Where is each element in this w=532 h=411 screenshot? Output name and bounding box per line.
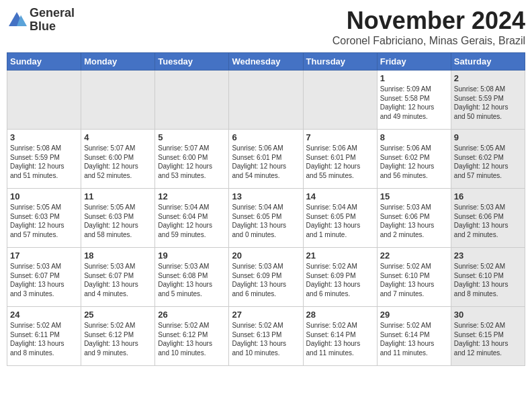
day-number: 21	[306, 250, 374, 261]
day-header-wednesday: Wednesday	[229, 53, 303, 71]
cell-info: Sunrise: 5:02 AM Sunset: 6:13 PM Dayligh…	[232, 321, 300, 357]
day-number: 24	[10, 310, 78, 320]
cal-cell: 21Sunrise: 5:02 AM Sunset: 6:09 PM Dayli…	[303, 248, 377, 307]
cal-cell: 14Sunrise: 5:04 AM Sunset: 6:05 PM Dayli…	[303, 189, 377, 248]
cal-cell: 29Sunrise: 5:02 AM Sunset: 6:14 PM Dayli…	[377, 307, 451, 366]
cell-info: Sunrise: 5:02 AM Sunset: 6:14 PM Dayligh…	[306, 321, 374, 357]
cell-info: Sunrise: 5:02 AM Sunset: 6:12 PM Dayligh…	[84, 321, 152, 357]
title-block: November 2024 Coronel Fabriciano, Minas …	[332, 7, 525, 47]
logo-icon	[7, 10, 27, 30]
cell-info: Sunrise: 5:04 AM Sunset: 6:04 PM Dayligh…	[158, 203, 226, 239]
cell-info: Sunrise: 5:05 AM Sunset: 6:03 PM Dayligh…	[84, 203, 152, 239]
cal-cell: 12Sunrise: 5:04 AM Sunset: 6:04 PM Dayli…	[155, 189, 229, 248]
cell-info: Sunrise: 5:04 AM Sunset: 6:05 PM Dayligh…	[232, 203, 300, 239]
cal-cell: 4Sunrise: 5:07 AM Sunset: 6:00 PM Daylig…	[81, 130, 155, 189]
day-header-friday: Friday	[377, 53, 451, 71]
logo: General Blue	[7, 7, 75, 34]
cell-info: Sunrise: 5:07 AM Sunset: 6:00 PM Dayligh…	[158, 144, 226, 180]
cal-cell: 16Sunrise: 5:03 AM Sunset: 6:06 PM Dayli…	[451, 189, 525, 248]
cell-info: Sunrise: 5:03 AM Sunset: 6:06 PM Dayligh…	[380, 203, 448, 239]
cell-info: Sunrise: 5:02 AM Sunset: 6:10 PM Dayligh…	[380, 262, 448, 298]
day-number: 12	[158, 191, 226, 201]
day-number: 30	[454, 310, 522, 320]
day-header-thursday: Thursday	[303, 53, 377, 71]
day-number: 14	[306, 191, 374, 201]
cal-cell: 1Sunrise: 5:09 AM Sunset: 5:58 PM Daylig…	[377, 71, 451, 130]
cell-info: Sunrise: 5:02 AM Sunset: 6:12 PM Dayligh…	[158, 321, 226, 357]
cal-cell: 9Sunrise: 5:05 AM Sunset: 6:02 PM Daylig…	[451, 130, 525, 189]
days-header-row: SundayMondayTuesdayWednesdayThursdayFrid…	[7, 53, 525, 71]
cal-cell	[81, 71, 155, 130]
cal-cell: 17Sunrise: 5:03 AM Sunset: 6:07 PM Dayli…	[7, 248, 81, 307]
day-number: 27	[232, 310, 300, 320]
day-number: 3	[10, 132, 78, 142]
cal-cell: 20Sunrise: 5:03 AM Sunset: 6:09 PM Dayli…	[229, 248, 303, 307]
cal-cell: 5Sunrise: 5:07 AM Sunset: 6:00 PM Daylig…	[155, 130, 229, 189]
cell-info: Sunrise: 5:04 AM Sunset: 6:05 PM Dayligh…	[306, 203, 374, 239]
cal-cell: 19Sunrise: 5:03 AM Sunset: 6:08 PM Dayli…	[155, 248, 229, 307]
cal-cell: 30Sunrise: 5:02 AM Sunset: 6:15 PM Dayli…	[451, 307, 525, 366]
day-number: 22	[380, 250, 448, 261]
cell-info: Sunrise: 5:06 AM Sunset: 6:01 PM Dayligh…	[306, 144, 374, 180]
day-number: 29	[380, 310, 448, 320]
cal-cell: 22Sunrise: 5:02 AM Sunset: 6:10 PM Dayli…	[377, 248, 451, 307]
cell-info: Sunrise: 5:02 AM Sunset: 6:10 PM Dayligh…	[454, 262, 522, 298]
day-header-monday: Monday	[81, 53, 155, 71]
day-header-sunday: Sunday	[7, 53, 81, 71]
cal-cell: 11Sunrise: 5:05 AM Sunset: 6:03 PM Dayli…	[81, 189, 155, 248]
day-number: 7	[306, 132, 374, 142]
cell-info: Sunrise: 5:02 AM Sunset: 6:14 PM Dayligh…	[380, 321, 448, 357]
day-number: 18	[84, 250, 152, 261]
cal-cell: 6Sunrise: 5:06 AM Sunset: 6:01 PM Daylig…	[229, 130, 303, 189]
cell-info: Sunrise: 5:06 AM Sunset: 6:02 PM Dayligh…	[380, 144, 448, 180]
cal-cell: 24Sunrise: 5:02 AM Sunset: 6:11 PM Dayli…	[7, 307, 81, 366]
page-header: General Blue November 2024 Coronel Fabri…	[7, 7, 525, 47]
day-number: 15	[380, 191, 448, 201]
calendar-table: SundayMondayTuesdayWednesdayThursdayFrid…	[7, 52, 525, 366]
day-header-tuesday: Tuesday	[155, 53, 229, 71]
cell-info: Sunrise: 5:02 AM Sunset: 6:15 PM Dayligh…	[454, 321, 522, 357]
week-row-2: 10Sunrise: 5:05 AM Sunset: 6:03 PM Dayli…	[7, 189, 525, 248]
day-number: 28	[306, 310, 374, 320]
day-number: 6	[232, 132, 300, 142]
location-title: Coronel Fabriciano, Minas Gerais, Brazil	[332, 35, 525, 47]
cell-info: Sunrise: 5:03 AM Sunset: 6:07 PM Dayligh…	[10, 262, 78, 298]
cell-info: Sunrise: 5:06 AM Sunset: 6:01 PM Dayligh…	[232, 144, 300, 180]
cal-cell: 28Sunrise: 5:02 AM Sunset: 6:14 PM Dayli…	[303, 307, 377, 366]
cell-info: Sunrise: 5:03 AM Sunset: 6:06 PM Dayligh…	[454, 203, 522, 239]
week-row-4: 24Sunrise: 5:02 AM Sunset: 6:11 PM Dayli…	[7, 307, 525, 366]
cell-info: Sunrise: 5:08 AM Sunset: 5:59 PM Dayligh…	[454, 85, 522, 121]
day-number: 2	[454, 73, 522, 83]
cal-cell: 15Sunrise: 5:03 AM Sunset: 6:06 PM Dayli…	[377, 189, 451, 248]
day-number: 9	[454, 132, 522, 142]
cell-info: Sunrise: 5:02 AM Sunset: 6:09 PM Dayligh…	[306, 262, 374, 298]
day-number: 10	[10, 191, 78, 201]
day-number: 5	[158, 132, 226, 142]
week-row-1: 3Sunrise: 5:08 AM Sunset: 5:59 PM Daylig…	[7, 130, 525, 189]
day-number: 20	[232, 250, 300, 261]
cal-cell	[229, 71, 303, 130]
day-number: 23	[454, 250, 522, 261]
logo-text: General Blue	[30, 7, 75, 34]
cal-cell	[303, 71, 377, 130]
day-number: 11	[84, 191, 152, 201]
cell-info: Sunrise: 5:09 AM Sunset: 5:58 PM Dayligh…	[380, 85, 448, 121]
cal-cell: 8Sunrise: 5:06 AM Sunset: 6:02 PM Daylig…	[377, 130, 451, 189]
cal-cell: 23Sunrise: 5:02 AM Sunset: 6:10 PM Dayli…	[451, 248, 525, 307]
cal-cell: 13Sunrise: 5:04 AM Sunset: 6:05 PM Dayli…	[229, 189, 303, 248]
cal-cell	[7, 71, 81, 130]
cell-info: Sunrise: 5:05 AM Sunset: 6:03 PM Dayligh…	[10, 203, 78, 239]
day-number: 25	[84, 310, 152, 320]
day-number: 17	[10, 250, 78, 261]
day-header-saturday: Saturday	[451, 53, 525, 71]
cell-info: Sunrise: 5:05 AM Sunset: 6:02 PM Dayligh…	[454, 144, 522, 180]
cal-cell	[155, 71, 229, 130]
cal-cell: 3Sunrise: 5:08 AM Sunset: 5:59 PM Daylig…	[7, 130, 81, 189]
day-number: 1	[380, 73, 448, 83]
day-number: 16	[454, 191, 522, 201]
cell-info: Sunrise: 5:03 AM Sunset: 6:07 PM Dayligh…	[84, 262, 152, 298]
calendar-body: 1Sunrise: 5:09 AM Sunset: 5:58 PM Daylig…	[7, 71, 525, 366]
cal-cell: 18Sunrise: 5:03 AM Sunset: 6:07 PM Dayli…	[81, 248, 155, 307]
cal-cell: 25Sunrise: 5:02 AM Sunset: 6:12 PM Dayli…	[81, 307, 155, 366]
cell-info: Sunrise: 5:02 AM Sunset: 6:11 PM Dayligh…	[10, 321, 78, 357]
